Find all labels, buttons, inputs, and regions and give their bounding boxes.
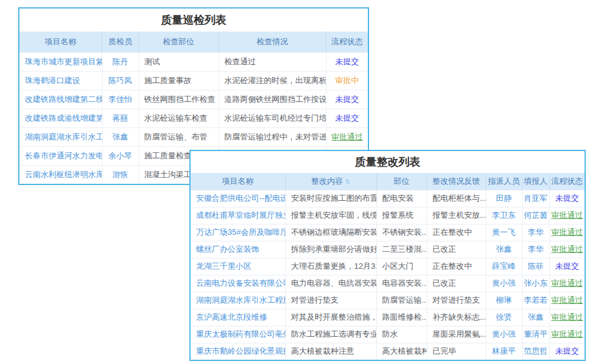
table-row: 改建铁路成渝线增建第... 蒋丽 水泥砼运输车检查 水泥砼运输车司机经过专门培训… [19, 109, 368, 127]
assignee-name[interactable]: 薛宝峰 [486, 258, 522, 275]
reporter-name[interactable]: 陈菲 [522, 258, 549, 275]
table-row: 万达广场35#会所及咖啡厅空... 不锈钢边框玻璃隔断安装不牢... 不锈钢安装… [191, 224, 585, 241]
rectify-content: 报警主机安放牢固，线缆连接... [285, 207, 376, 224]
rectify-content: 不锈钢边框玻璃隔断安装不牢... [285, 224, 376, 241]
status-badge[interactable]: 审批通过 [326, 127, 368, 146]
rectify-part: 防水 [376, 326, 427, 343]
rectify-part: 二至三楼混... [376, 241, 427, 258]
assignee-name[interactable]: 李卫东 [486, 207, 522, 224]
inspection-header-row: 项目名称 质检员 检查部位 检查情况 流程状态 [19, 32, 368, 52]
rectify-table: 项目名称 整改内容⇅ 部位 整改情况反馈 指派人员 填报人 流程状态 安徽合肥供… [191, 173, 585, 360]
assignee-name[interactable]: 黄一飞 [486, 224, 522, 241]
rectify-feedback: 补齐缺失标志... [427, 309, 486, 326]
assignee-name[interactable]: 黄小强 [486, 275, 522, 292]
rectify-content: 对其及时开展整治措施，桥头... [285, 309, 376, 326]
status-badge[interactable]: 审批通过 [549, 241, 585, 258]
status-badge[interactable]: 审批通过 [549, 292, 585, 309]
assignee-name[interactable]: 田静 [486, 190, 522, 207]
project-name-link[interactable]: 湖南洞庭湖水库引水工... [19, 127, 102, 146]
col-header-status: 流程状态 [549, 173, 585, 190]
table-row: 云南电力设备安装有限公司20... 电力电容器、电抗器安装方案,... 电容器安… [191, 275, 585, 292]
reporter-name[interactable]: 张小东 [522, 275, 549, 292]
table-row: 重庆太极制药有限公司亳州中... 防水工程施工选调有专业资质... 防水 屋面采… [191, 326, 585, 343]
inspection-part: 防腐管运输、布管 [138, 127, 219, 146]
inspector-name[interactable]: 陈丹 [102, 52, 138, 71]
inspector-name[interactable]: 张鑫 [102, 127, 138, 146]
reporter-name[interactable]: 李华 [522, 224, 549, 241]
project-name-link[interactable]: 珠海鹤港口建设 [19, 71, 102, 90]
status-badge: 未提交 [549, 258, 585, 275]
reporter-name[interactable]: 董清平 [522, 326, 549, 343]
project-name-link[interactable]: 云南水利枢纽潜明水库... [19, 165, 102, 184]
inspector-name[interactable]: 陈巧凤 [102, 71, 138, 90]
status-badge[interactable]: 审批通过 [549, 224, 585, 241]
table-row: 重庆市鹅岭公园绿化景观提升... 高大植被栽种注意 高大植被栽种 已完毕 林康平… [191, 343, 585, 360]
inspector-name[interactable]: 游恢 [102, 165, 138, 184]
project-name-link[interactable]: 改建铁路成渝线增建第... [19, 109, 102, 127]
reporter-name[interactable]: 张鑫 [522, 309, 549, 326]
rectify-feedback: 已改正 [427, 241, 486, 258]
table-row: 湖南洞庭湖水库引水工程施工标 对管进行垫支 防腐管运输... 对管进行垫支 柳琳… [191, 292, 585, 309]
rectify-content: 安装时应按施工图的布置，将... [285, 190, 376, 207]
inspection-situation: 道路两侧铁丝网围挡工作按设计... [219, 90, 326, 109]
status-badge: 未提交 [549, 343, 585, 360]
col-header-project: 项目名称 [19, 32, 102, 52]
col-header-part: 部位 [376, 173, 427, 190]
inspection-table-title: 质量巡检列表 [19, 8, 368, 32]
assignee-name[interactable]: 张鑫 [486, 241, 522, 258]
project-name-link[interactable]: 万达广场35#会所及咖啡厅空... [191, 224, 285, 241]
inspector-name[interactable]: 蒋丽 [102, 109, 138, 127]
col-header-content-label: 整改内容 [311, 177, 343, 186]
project-name-link[interactable]: 龙湖三千里小区 [191, 258, 285, 275]
table-row: 螺丝厂办公室装饰 拆除到承重墙部分请做好加固... 二至三楼混... 已改正 张… [191, 241, 585, 258]
reporter-name[interactable]: 范思哲 [522, 343, 549, 360]
sort-icon[interactable]: ⇅ [345, 178, 350, 185]
inspector-name[interactable]: 余小琴 [102, 146, 138, 165]
project-name-link[interactable]: 长春市伊通河水力发电... [19, 146, 102, 165]
rectify-feedback: 已完毕 [427, 343, 486, 360]
col-header-inspector: 质检员 [102, 32, 138, 52]
rectify-feedback: 屋面采用聚氨... [427, 326, 486, 343]
rectify-feedback: 配电柜柜体与... [427, 190, 486, 207]
inspection-situation: 水泥砼运输车司机经过专门培训... [219, 109, 326, 127]
assignee-name[interactable]: 柳琳 [486, 292, 522, 309]
inspection-part: 铁丝网围挡工作检查 [138, 90, 219, 109]
page-canvas: 质量巡检列表 项目名称 质检员 检查部位 检查情况 流程状态 珠海市城市更新项目… [0, 0, 607, 364]
reporter-name[interactable]: 何芷茵 [522, 207, 549, 224]
assignee-name[interactable]: 林康平 [486, 343, 522, 360]
assignee-name[interactable]: 黄小强 [486, 326, 522, 343]
status-badge[interactable]: 审批通过 [549, 275, 585, 292]
inspector-name[interactable]: 李佳怡 [102, 90, 138, 109]
assignee-name[interactable]: 徐贤 [486, 309, 522, 326]
status-badge: 未提交 [326, 109, 368, 127]
rectify-content: 防水工程施工选调有专业资质... [285, 326, 376, 343]
col-header-part: 检查部位 [138, 32, 219, 52]
project-name-link[interactable]: 螺丝厂办公室装饰 [191, 241, 285, 258]
inspection-part: 水泥砼运输车检查 [138, 109, 219, 127]
project-name-link[interactable]: 珠海市城市更新项目紫... [19, 52, 102, 71]
status-badge[interactable]: 审批通过 [549, 309, 585, 326]
project-name-link[interactable]: 湖南洞庭湖水库引水工程施工标 [191, 292, 285, 309]
table-row: 珠海市城市更新项目紫... 陈丹 测试 检查通过 未提交 [19, 52, 368, 71]
project-name-link[interactable]: 京沪高速北京段维修 [191, 309, 285, 326]
project-name-link[interactable]: 成都杜甫草堂临时展厅独立展... [191, 207, 285, 224]
project-name-link[interactable]: 重庆太极制药有限公司亳州中... [191, 326, 285, 343]
status-badge[interactable]: 审批通过 [549, 207, 585, 224]
status-badge[interactable]: 审批通过 [549, 326, 585, 343]
rectify-table-title: 质量整改列表 [191, 151, 585, 173]
rectify-feedback: 正在整改中 [427, 224, 486, 241]
inspection-situation: 防腐管运输过程中，未对管进行... [219, 127, 326, 146]
col-header-feedback: 整改情况反馈 [427, 173, 486, 190]
inspection-part: 施工质量事故 [138, 71, 219, 90]
rectify-part: 路面维修检... [376, 309, 427, 326]
status-badge: 未提交 [326, 90, 368, 109]
project-name-link[interactable]: 重庆市鹅岭公园绿化景观提升... [191, 343, 285, 360]
reporter-name[interactable]: 李若若 [522, 292, 549, 309]
inspection-situation: 检查通过 [219, 52, 326, 71]
project-name-link[interactable]: 安徽合肥供电公司--配电设备... [191, 190, 285, 207]
reporter-name[interactable]: 李华 [522, 241, 549, 258]
project-name-link[interactable]: 云南电力设备安装有限公司20... [191, 275, 285, 292]
col-header-content: 整改内容⇅ [285, 173, 376, 190]
reporter-name[interactable]: 肖亚军 [522, 190, 549, 207]
project-name-link[interactable]: 改建铁路线增建第二线... [19, 90, 102, 109]
